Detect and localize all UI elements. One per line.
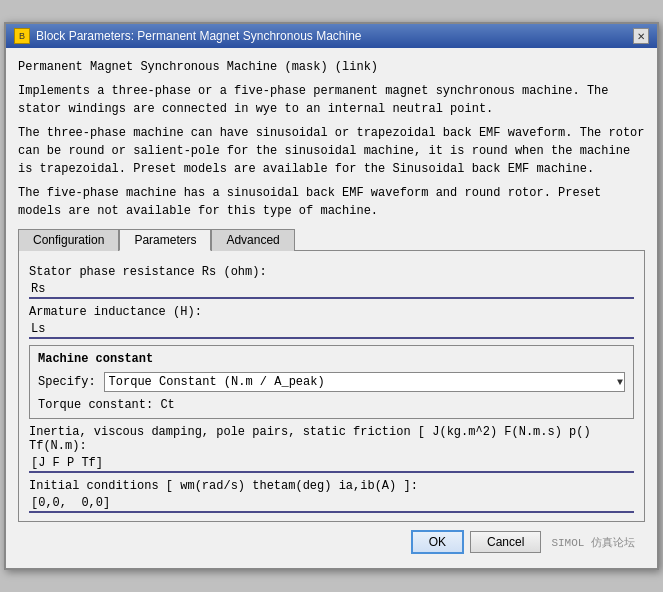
cancel-button[interactable]: Cancel: [470, 531, 541, 553]
tab-configuration[interactable]: Configuration: [18, 229, 119, 251]
machine-constant-title: Machine constant: [38, 352, 625, 366]
tabs-row: Configuration Parameters Advanced: [18, 228, 645, 251]
desc-line4: The five-phase machine has a sinusoidal …: [18, 184, 645, 220]
title-bar-left: B Block Parameters: Permanent Magnet Syn…: [14, 28, 362, 44]
bottom-buttons: OK Cancel SIMOL 仿真论坛: [18, 522, 645, 560]
desc-line1: Permanent Magnet Synchronous Machine (ma…: [18, 58, 645, 76]
specify-select-wrapper: Torque Constant (N.m / A_peak)Flux Linka…: [104, 372, 625, 392]
initial-label: Initial conditions [ wm(rad/s) thetam(de…: [29, 479, 634, 493]
description-block: Permanent Magnet Synchronous Machine (ma…: [18, 58, 645, 220]
form-area: Stator phase resistance Rs (ohm): Armatu…: [18, 251, 645, 522]
title-bar: B Block Parameters: Permanent Magnet Syn…: [6, 24, 657, 48]
specify-label: Specify:: [38, 375, 96, 389]
armature-input[interactable]: [29, 321, 634, 339]
ok-button[interactable]: OK: [411, 530, 464, 554]
main-content: Permanent Magnet Synchronous Machine (ma…: [6, 48, 657, 568]
watermark: SIMOL 仿真论坛: [551, 535, 635, 550]
close-button[interactable]: ✕: [633, 28, 649, 44]
window-icon: B: [14, 28, 30, 44]
torque-row: Torque constant: Ct: [38, 398, 625, 412]
machine-constant-box: Machine constant Specify: Torque Constan…: [29, 345, 634, 419]
tab-advanced[interactable]: Advanced: [211, 229, 294, 251]
stator-input[interactable]: [29, 281, 634, 299]
main-window: B Block Parameters: Permanent Magnet Syn…: [4, 22, 659, 570]
armature-label: Armature inductance (H):: [29, 305, 634, 319]
window-title: Block Parameters: Permanent Magnet Synch…: [36, 29, 362, 43]
specify-select[interactable]: Torque Constant (N.m / A_peak)Flux Linka…: [104, 372, 625, 392]
inertia-label: Inertia, viscous damping, pole pairs, st…: [29, 425, 634, 453]
inertia-input[interactable]: [29, 455, 634, 473]
stator-label: Stator phase resistance Rs (ohm):: [29, 265, 634, 279]
initial-input[interactable]: [29, 495, 634, 513]
desc-line2: Implements a three-phase or a five-phase…: [18, 82, 645, 118]
tab-parameters[interactable]: Parameters: [119, 229, 211, 251]
specify-row: Specify: Torque Constant (N.m / A_peak)F…: [38, 372, 625, 392]
desc-line3: The three-phase machine can have sinusoi…: [18, 124, 645, 178]
